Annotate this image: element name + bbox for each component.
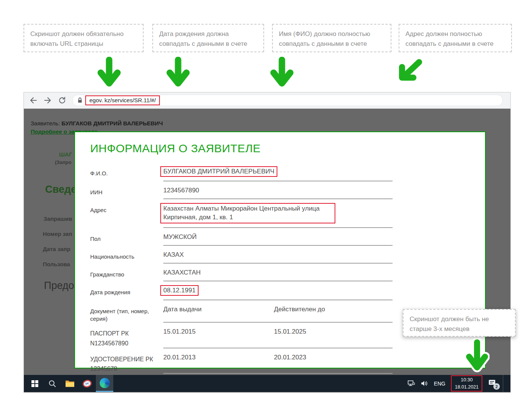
edge-icon bbox=[100, 378, 110, 388]
address-bar[interactable]: egov. kz/services/SR.11/#/ bbox=[72, 95, 503, 106]
instruction-image: Скриншот должен обязательно включать URL… bbox=[0, 0, 532, 409]
network-icon[interactable] bbox=[407, 380, 415, 387]
arrow-down-icon bbox=[270, 57, 294, 89]
arrow-down-icon bbox=[166, 57, 190, 89]
note-birthdate-match: Дата рождения должна совпадать с данными… bbox=[152, 24, 264, 52]
note-address-match: Адрес должен полностью совпадать с данны… bbox=[399, 24, 512, 52]
field-value: БУЛГАКОВ ДМИТРИЙ ВАЛЕРЬЕВИЧ bbox=[163, 168, 393, 181]
doc-issued-value: 15.01.2015 bbox=[163, 328, 274, 339]
snipping-tool-button[interactable]: ✂ bbox=[78, 375, 96, 392]
field-value: КАЗАХ bbox=[163, 251, 393, 264]
field-row-nationality: Национальность КАЗАХ bbox=[90, 251, 485, 264]
applicant-label: Заявитель: bbox=[31, 120, 60, 126]
windows-logo-icon bbox=[31, 380, 38, 387]
clipped-step-note: (Запро bbox=[55, 159, 71, 165]
note-age-limit: Скриншот должен быть не старше 3-х месяц… bbox=[403, 309, 516, 337]
url-highlight-box: egov. kz/services/SR.11/#/ bbox=[85, 95, 160, 105]
clipped-step-heading: ШАГ bbox=[59, 151, 72, 158]
doc-expires-value: 20.01.2023 bbox=[274, 354, 306, 365]
clipped-row-label: Запрашив bbox=[44, 215, 72, 222]
field-row-birthdate: Дата рождения 08.12.1991 bbox=[90, 287, 485, 300]
field-row-citizenship: Гражданство КАЗАХСТАН bbox=[90, 269, 485, 281]
doc-name: ПАСПОРТ РК N1234567890 bbox=[90, 328, 163, 348]
volume-icon[interactable] bbox=[421, 380, 428, 387]
field-label: Национальность bbox=[90, 251, 163, 264]
field-label: ИИН bbox=[90, 187, 163, 199]
field-label: Гражданство bbox=[90, 269, 163, 281]
windows-taskbar: ✂ ENG 10:30 bbox=[24, 375, 510, 392]
clipped-section-heading: Сведе bbox=[45, 184, 77, 195]
taskbar-search-button[interactable] bbox=[44, 375, 61, 392]
modal-title: ИНФОРМАЦИЯ О ЗАЯВИТЕЛЕ bbox=[90, 142, 485, 155]
language-indicator[interactable]: ENG bbox=[434, 381, 445, 387]
arrow-down-left-icon bbox=[396, 58, 424, 83]
tray-time: 10:30 bbox=[455, 376, 479, 384]
scissors-icon: ✂ bbox=[82, 379, 92, 389]
clipped-row-label: Пользова bbox=[43, 261, 70, 267]
arrow-down-icon bbox=[465, 339, 490, 374]
doc-issued-value: 20.01.2013 bbox=[163, 354, 274, 365]
doc-dates: 15.01.2015 15.01.2025 bbox=[163, 328, 393, 348]
doc-dates: 20.01.2013 20.01.2023 bbox=[163, 354, 393, 374]
arrow-down-icon bbox=[97, 57, 121, 89]
field-label: Ф.И.О. bbox=[90, 168, 163, 181]
url-text: egov. kz/services/SR.11/#/ bbox=[89, 97, 156, 103]
clipped-row-label: Номер зап bbox=[43, 231, 72, 237]
notification-center-button[interactable]: 2 bbox=[488, 379, 496, 388]
doc-name: УДОСТОВЕРЕНИЕ РК 12345678 bbox=[90, 354, 163, 374]
notification-badge: 2 bbox=[493, 383, 500, 390]
forward-button[interactable] bbox=[44, 96, 52, 105]
field-label: Пол bbox=[90, 233, 163, 246]
address-highlight-box: Казахстан Алматы Микрорайон Центральный … bbox=[160, 203, 335, 223]
folder-icon bbox=[65, 380, 75, 387]
start-button[interactable] bbox=[26, 375, 44, 392]
note-name-match: Имя (ФИО) должно полностью совпадать с д… bbox=[272, 24, 391, 52]
doc-row-id-card: УДОСТОВЕРЕНИЕ РК 12345678 20.01.2013 20.… bbox=[90, 354, 485, 374]
browser-window: egov. kz/services/SR.11/#/ Заявитель: БУ… bbox=[23, 92, 511, 393]
field-label: Адрес bbox=[90, 204, 163, 228]
fio-highlight-box: БУЛГАКОВ ДМИТРИЙ ВАЛЕРЬЕВИЧ bbox=[160, 166, 277, 177]
field-value: 08.12.1991 bbox=[163, 287, 393, 300]
reload-button[interactable] bbox=[58, 96, 66, 105]
back-button[interactable] bbox=[29, 96, 38, 105]
field-value: МУЖСКОЙ bbox=[163, 233, 393, 246]
lock-icon bbox=[77, 97, 83, 103]
field-row-fio: Ф.И.О. БУЛГАКОВ ДМИТРИЙ ВАЛЕРЬЕВИЧ bbox=[90, 168, 485, 181]
field-row-address: Адрес Казахстан Алматы Микрорайон Центра… bbox=[90, 204, 485, 228]
field-value: КАЗАХСТАН bbox=[163, 269, 393, 281]
browser-toolbar: egov. kz/services/SR.11/#/ bbox=[24, 92, 510, 109]
doc-issued-header: Дата выдачи bbox=[163, 306, 274, 318]
applicant-line: Заявитель: БУЛГАКОВ ДМИТРИЙ ВАЛЕРЬЕВИЧ bbox=[31, 120, 163, 126]
clipped-row-label: Дата запр bbox=[43, 246, 70, 252]
file-explorer-button[interactable] bbox=[61, 375, 78, 392]
doc-expires-value: 15.01.2025 bbox=[274, 328, 306, 339]
note-url-required: Скриншот должен обязательно включать URL… bbox=[23, 24, 144, 52]
doc-header-cols: Дата выдачи Действителен до bbox=[163, 306, 393, 323]
field-label: Дата рождения bbox=[90, 287, 163, 300]
edge-browser-button[interactable] bbox=[96, 375, 113, 392]
field-value: 1234567890 bbox=[163, 187, 393, 199]
search-icon bbox=[48, 379, 56, 388]
applicant-name: БУЛГАКОВ ДМИТРИЙ ВАЛЕРЬЕВИЧ bbox=[61, 120, 163, 126]
field-row-iin: ИИН 1234567890 bbox=[90, 187, 485, 199]
system-tray: ENG 10:30 18.01.2021 2 bbox=[407, 375, 510, 392]
clock-highlight-box[interactable]: 10:30 18.01.2021 bbox=[451, 375, 482, 392]
show-desktop-button[interactable] bbox=[503, 375, 506, 392]
doc-section-label: Документ (тип, номер, серия) bbox=[90, 306, 163, 323]
doc-expires-header: Действителен до bbox=[274, 306, 325, 318]
field-value: Казахстан Алматы Микрорайон Центральный … bbox=[163, 204, 393, 228]
field-row-gender: Пол МУЖСКОЙ bbox=[90, 233, 485, 246]
tray-date: 18.01.2021 bbox=[455, 384, 479, 391]
birthdate-highlight-box: 08.12.1991 bbox=[160, 285, 199, 296]
